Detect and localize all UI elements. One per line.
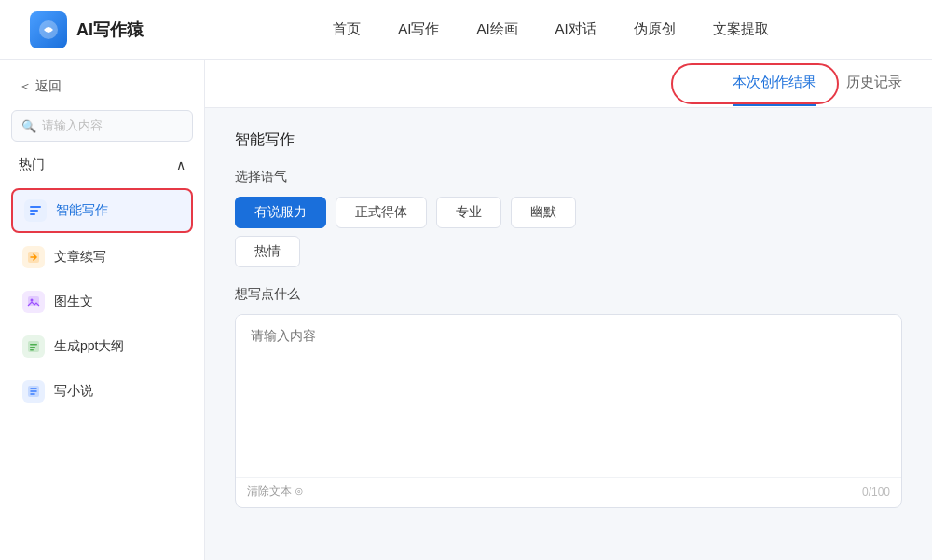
back-button[interactable]: ＜ 返回 [11, 75, 193, 99]
tab-history[interactable]: 历史记录 [846, 61, 902, 106]
write-novel-icon [22, 380, 45, 403]
logo-icon [30, 11, 67, 48]
content-area: 本次创作结果 历史记录 智能写作 选择语气 有说服力 正式得体 专业 幽默 热情… [205, 60, 932, 560]
nav-ai-write[interactable]: AI写作 [398, 17, 439, 42]
header: AI写作猿 首页 AI写作 AI绘画 AI对话 伪原创 文案提取 [0, 0, 932, 60]
article-continue-label: 文章续写 [54, 249, 106, 266]
tone-btn-passionate[interactable]: 热情 [235, 236, 300, 267]
tone-buttons: 有说服力 正式得体 专业 幽默 [235, 197, 902, 228]
write-novel-label: 写小说 [54, 383, 93, 400]
nav-ai-chat[interactable]: AI对话 [555, 17, 596, 42]
char-count: 0/100 [862, 485, 890, 499]
svg-point-7 [31, 299, 34, 302]
sidebar: ＜ 返回 🔍 请输入内容 热门 ∧ 智能写作 [0, 60, 205, 560]
textarea-wrapper: 清除文本 ⊙ 0/100 [235, 314, 902, 508]
write-section-label: 想写点什么 [235, 286, 902, 303]
chevron-left-icon: ＜ [19, 78, 32, 95]
image-to-text-label: 图生文 [54, 294, 93, 310]
ppt-outline-icon [22, 335, 45, 358]
tone-btn-formal[interactable]: 正式得体 [336, 197, 427, 228]
write-section: 想写点什么 清除文本 ⊙ 0/100 [235, 286, 902, 508]
search-icon: 🔍 [21, 119, 36, 133]
nav-anti-plagiarism[interactable]: 伪原创 [634, 17, 676, 42]
tone-btn-professional[interactable]: 专业 [436, 197, 501, 228]
back-label: 返回 [35, 78, 62, 95]
sidebar-items: 智能写作 文章续写 [11, 188, 193, 412]
main-nav: 首页 AI写作 AI绘画 AI对话 伪原创 文案提取 [199, 17, 902, 42]
section-label-text: 热门 [19, 157, 45, 173]
clear-text-button[interactable]: 清除文本 ⊙ [247, 484, 304, 499]
sidebar-item-article-continue[interactable]: 文章续写 [11, 237, 193, 278]
nav-ai-draw[interactable]: AI绘画 [476, 17, 517, 42]
image-to-text-icon [22, 291, 45, 313]
tone-btn-persuasive[interactable]: 有说服力 [235, 197, 326, 228]
search-placeholder: 请输入内容 [42, 117, 103, 134]
tone-btn-humorous[interactable]: 幽默 [511, 197, 576, 228]
nav-home[interactable]: 首页 [333, 17, 361, 42]
sidebar-item-smart-write[interactable]: 智能写作 [11, 188, 193, 233]
smart-write-label: 智能写作 [56, 202, 108, 219]
article-continue-icon [22, 246, 45, 268]
ppt-outline-label: 生成ppt大纲 [54, 338, 124, 355]
svg-rect-9 [30, 344, 37, 346]
logo-text: AI写作猿 [76, 19, 144, 41]
search-box[interactable]: 🔍 请输入内容 [11, 110, 193, 142]
write-textarea[interactable] [236, 315, 901, 473]
sidebar-item-ppt-outline[interactable]: 生成ppt大纲 [11, 326, 193, 367]
svg-rect-10 [30, 347, 35, 348]
textarea-footer: 清除文本 ⊙ 0/100 [236, 477, 901, 507]
panel-title: 智能写作 [235, 130, 902, 150]
logo-area: AI写作猿 [30, 11, 144, 48]
svg-rect-1 [30, 206, 41, 208]
svg-rect-3 [30, 213, 35, 215]
chevron-up-icon: ∧ [176, 157, 185, 172]
svg-rect-2 [30, 210, 38, 212]
svg-rect-11 [30, 349, 34, 351]
tab-current-result[interactable]: 本次创作结果 [733, 61, 816, 106]
arrow-annotation [0, 243, 7, 271]
sidebar-item-write-novel[interactable]: 写小说 [11, 371, 193, 412]
tone-buttons-row2: 热情 [235, 236, 902, 267]
main-container: ＜ 返回 🔍 请输入内容 热门 ∧ 智能写作 [0, 60, 932, 560]
section-label: 热门 ∧ [11, 153, 193, 177]
sidebar-item-image-to-text[interactable]: 图生文 [11, 281, 193, 322]
content-panel: 智能写作 选择语气 有说服力 正式得体 专业 幽默 热情 想写点什么 清除文本 … [205, 108, 932, 560]
tone-section-label: 选择语气 [235, 169, 902, 185]
nav-copy-extract[interactable]: 文案提取 [713, 17, 769, 42]
smart-write-icon [24, 199, 47, 222]
tabs-bar: 本次创作结果 历史记录 [205, 60, 932, 108]
